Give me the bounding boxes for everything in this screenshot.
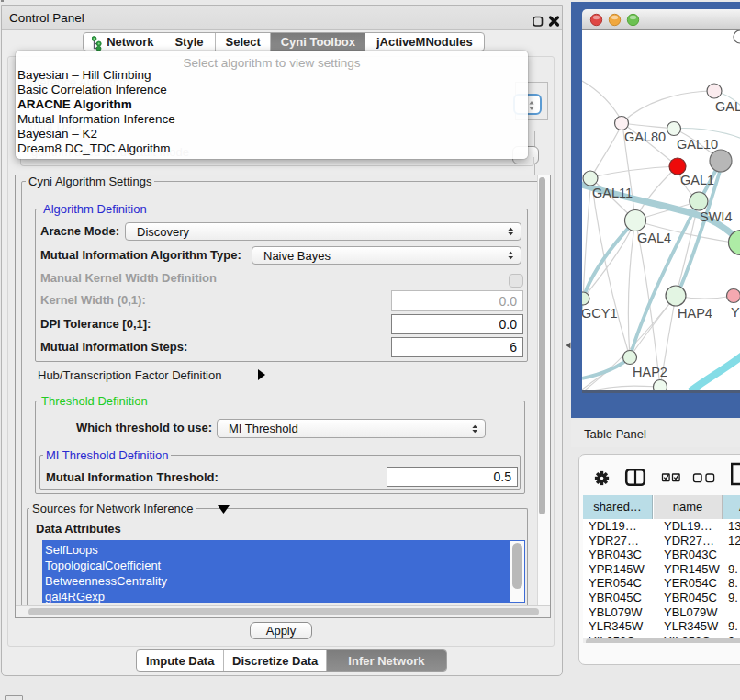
- svg-text:HAP4: HAP4: [678, 306, 712, 321]
- svg-text:SWI4: SWI4: [700, 209, 732, 224]
- svg-text:GAL10: GAL10: [677, 137, 718, 152]
- svg-text:GAL11: GAL11: [592, 186, 633, 200]
- svg-text:HAP2: HAP2: [633, 365, 667, 379]
- svg-text:YD: YD: [731, 305, 740, 320]
- svg-text:GAL4: GAL4: [637, 231, 671, 245]
- svg-text:GCY1: GCY1: [582, 306, 618, 321]
- svg-text:GAL7: GAL7: [715, 99, 740, 114]
- svg-text:GAL80: GAL80: [624, 130, 666, 144]
- svg-text:GAL1: GAL1: [680, 173, 714, 187]
